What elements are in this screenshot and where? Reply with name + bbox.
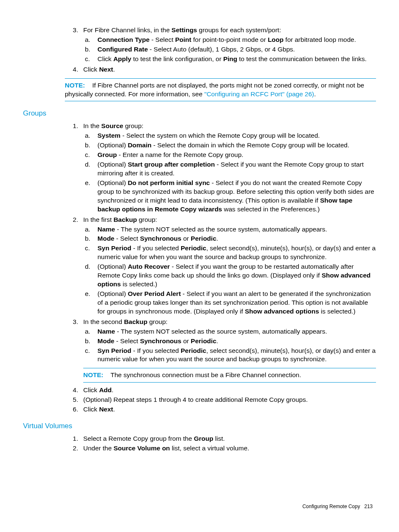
bold: Over Period Alert bbox=[128, 290, 181, 297]
sub-a: a. Connection Type - Select Point for po… bbox=[83, 36, 376, 44]
text: . bbox=[113, 406, 115, 413]
step-num: 3. bbox=[65, 26, 83, 64]
text: . bbox=[216, 337, 218, 344]
bold: Apply bbox=[113, 55, 131, 62]
note-label: NOTE: bbox=[83, 371, 103, 378]
text: - The system NOT selected as the source … bbox=[115, 328, 327, 335]
bold: Synchronous bbox=[140, 337, 182, 344]
text: Click bbox=[83, 386, 99, 393]
text: is selected.) bbox=[319, 308, 356, 315]
text: list. bbox=[213, 435, 225, 442]
text: to test the link configuration, or bbox=[131, 55, 223, 62]
step-num: 1. bbox=[65, 122, 83, 214]
text: . bbox=[216, 235, 218, 242]
bold: Start group after completion bbox=[128, 161, 215, 168]
text: (Optional) bbox=[97, 141, 128, 149]
vv-step-2: 2. Under the Source Volume on list, sele… bbox=[65, 444, 376, 453]
text: (Optional) bbox=[97, 263, 128, 270]
sub-marker: e. bbox=[83, 290, 97, 316]
bold: Periodic bbox=[191, 235, 216, 242]
text: (Optional) bbox=[97, 161, 128, 168]
sub-marker: c. bbox=[83, 347, 97, 364]
text: - Enter a name for the Remote Copy group… bbox=[117, 151, 243, 158]
note-synchronous: NOTE: The synchronous connection must be… bbox=[83, 368, 376, 383]
sub-marker: d. bbox=[83, 262, 97, 289]
sub-marker: b. bbox=[83, 141, 97, 150]
text: - Select bbox=[114, 235, 140, 242]
text: . bbox=[113, 66, 115, 73]
groups-step-3: 3. In the second Backup group: a.Name - … bbox=[65, 318, 376, 386]
bold: Name bbox=[97, 226, 115, 233]
sub-marker: b. bbox=[83, 234, 97, 243]
bold: Syn Period bbox=[97, 244, 131, 252]
text: - Select the domain in which the Remote … bbox=[151, 141, 349, 149]
text: - Select the system on which the Remote … bbox=[120, 132, 320, 139]
text: for arbitrated loop mode. bbox=[284, 36, 356, 43]
sub-marker: d. bbox=[83, 160, 97, 178]
text: for point-to-point mode or bbox=[192, 36, 268, 43]
text: For Fibre Channel links, in the bbox=[83, 26, 171, 33]
bold: Group bbox=[194, 435, 214, 442]
text: to test the communication between the li… bbox=[237, 55, 366, 62]
bold: Mode bbox=[97, 235, 114, 242]
step-3: 3. For Fibre Channel links, in the Setti… bbox=[65, 26, 376, 64]
bold: Configured Rate bbox=[97, 46, 148, 53]
text: . bbox=[314, 90, 316, 98]
bold: Auto Recover bbox=[128, 263, 170, 270]
step-num: 3. bbox=[65, 318, 83, 386]
sub-marker: e. bbox=[83, 179, 97, 214]
bold: Periodic bbox=[181, 244, 206, 252]
step-list-top: 3. For Fibre Channel links, in the Setti… bbox=[65, 26, 376, 74]
bold: Next bbox=[99, 66, 113, 73]
bold: Next bbox=[99, 406, 113, 413]
bold: Backup bbox=[113, 216, 137, 223]
footer-title: Configuring Remote Copy bbox=[302, 504, 360, 509]
text: Under the bbox=[83, 445, 113, 452]
sub-marker: a. bbox=[83, 225, 97, 234]
page-footer: Configuring Remote Copy 213 bbox=[23, 503, 376, 510]
text: In the bbox=[83, 122, 101, 129]
text: is selected.) bbox=[121, 280, 157, 288]
bold: System bbox=[97, 132, 120, 139]
groups-step-4: 4. Click Add. bbox=[65, 386, 376, 395]
step-num: 5. bbox=[65, 396, 83, 404]
groups-step-6: 6. Click Next. bbox=[65, 405, 376, 414]
text: Click bbox=[83, 66, 99, 73]
sub-marker: c. bbox=[83, 55, 97, 64]
bold: Source Volume on bbox=[113, 445, 170, 452]
sub-marker: a. bbox=[83, 36, 97, 44]
text: (Optional) Repeat steps 1 through 4 to c… bbox=[83, 396, 308, 403]
bold: Periodic bbox=[181, 347, 206, 354]
sub-marker: b. bbox=[83, 45, 97, 54]
bold: Connection Type bbox=[97, 36, 150, 43]
groups-step-1: 1. In the Source group: a.System - Selec… bbox=[65, 122, 376, 214]
bold: Ping bbox=[223, 55, 238, 62]
groups-step-2: 2. In the first Backup group: a.Name - T… bbox=[65, 216, 376, 317]
bold: Add bbox=[99, 386, 112, 393]
text: (Optional) bbox=[97, 290, 128, 297]
vv-step-1: 1. Select a Remote Copy group from the G… bbox=[65, 434, 376, 443]
text: Click bbox=[97, 55, 113, 62]
text: Select a Remote Copy group from the bbox=[83, 435, 194, 442]
text: group: bbox=[137, 216, 157, 223]
step-num: 1. bbox=[65, 434, 83, 443]
text: groups for each system/port: bbox=[197, 26, 281, 33]
link-rcfc-port[interactable]: "Configuring an RCFC Port" (page 26) bbox=[204, 90, 314, 98]
bold: Group bbox=[97, 151, 117, 158]
text: In the second bbox=[83, 318, 124, 325]
sub-c: c. Click Apply to test the link configur… bbox=[83, 55, 376, 64]
text: In the first bbox=[83, 216, 113, 223]
bold: Show advanced options bbox=[245, 308, 319, 315]
step-num: 2. bbox=[65, 444, 83, 453]
text: list, select a virtual volume. bbox=[170, 445, 249, 452]
text: . bbox=[112, 386, 113, 393]
bold: Syn Period bbox=[97, 347, 131, 354]
bold: Domain bbox=[128, 141, 151, 149]
bold: Point bbox=[175, 36, 192, 43]
sub-marker: c. bbox=[83, 244, 97, 262]
text: was selected in the Preferences.) bbox=[222, 206, 320, 213]
text: group: bbox=[123, 122, 143, 129]
vv-steps: 1. Select a Remote Copy group from the G… bbox=[65, 434, 376, 453]
note-label: NOTE: bbox=[65, 82, 85, 89]
step-4: 4. Click Next. bbox=[65, 65, 376, 74]
